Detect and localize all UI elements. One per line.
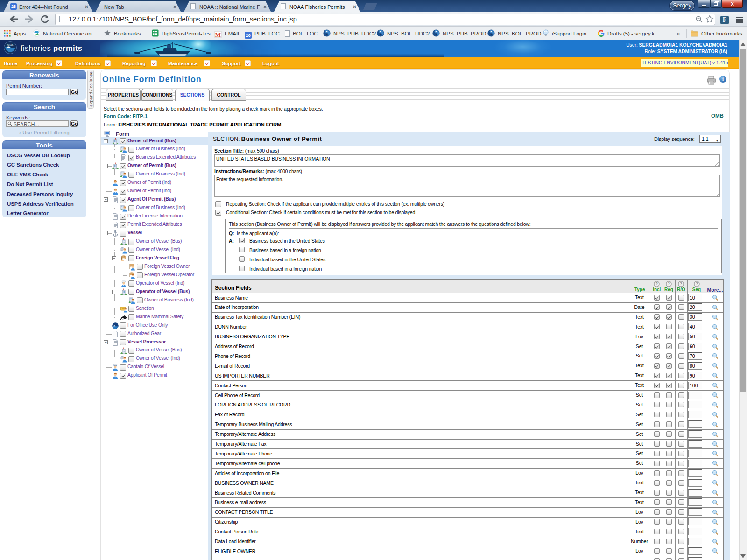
- svg-text:?: ?: [668, 282, 670, 286]
- svg-text:NOAA: NOAA: [7, 44, 14, 46]
- svg-text:?: ?: [655, 282, 658, 286]
- svg-text:?: ?: [680, 282, 682, 286]
- svg-text:?: ?: [695, 282, 698, 286]
